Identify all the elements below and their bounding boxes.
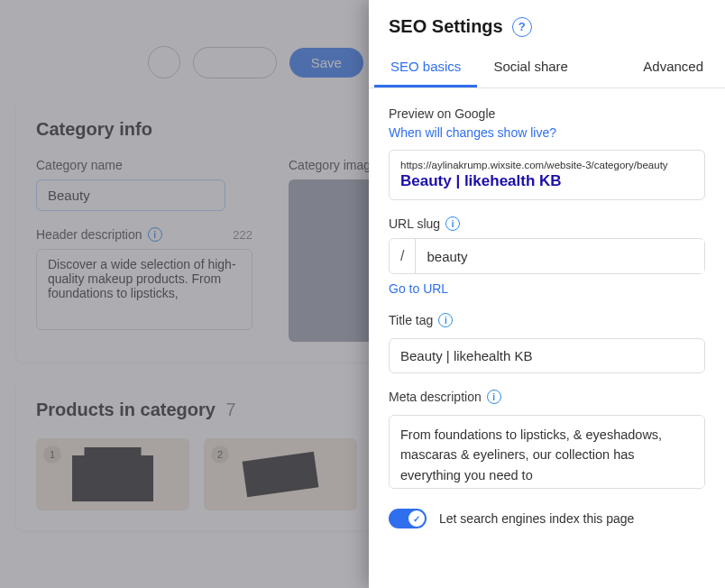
go-to-url-link[interactable]: Go to URL — [389, 281, 448, 296]
preview-url: https://aylinakrump.wixsite.com/website-… — [400, 160, 693, 170]
url-slug-label: URL slug — [389, 216, 440, 231]
seo-settings-panel: SEO Settings ? SEO basics Social share A… — [369, 0, 725, 588]
tab-seo-basics[interactable]: SEO basics — [374, 50, 477, 87]
title-tag-label: Title tag — [389, 313, 433, 327]
preview-label: Preview on Google — [389, 106, 705, 121]
slug-prefix: / — [390, 239, 416, 273]
seo-panel-title: SEO Settings — [389, 16, 503, 37]
url-slug-field: / — [389, 238, 705, 274]
index-toggle-label: Let search engines index this page — [439, 511, 634, 526]
google-preview-box: https://aylinakrump.wixsite.com/website-… — [389, 150, 705, 200]
info-icon[interactable]: i — [438, 313, 453, 327]
tab-social-share[interactable]: Social share — [477, 50, 584, 87]
info-icon[interactable]: i — [445, 216, 460, 231]
meta-description-input[interactable]: From foundations to lipsticks, & eyeshad… — [389, 415, 705, 489]
title-tag-input[interactable] — [389, 338, 705, 373]
info-icon[interactable]: i — [487, 390, 501, 404]
tab-advanced[interactable]: Advanced — [627, 50, 720, 87]
url-slug-input[interactable] — [416, 240, 704, 273]
index-toggle[interactable]: ✓ — [389, 509, 427, 528]
preview-title: Beauty | likehealth KB — [400, 172, 693, 190]
meta-description-label: Meta description — [389, 390, 482, 404]
changes-live-link[interactable]: When will changes show live? — [389, 125, 556, 140]
help-icon[interactable]: ? — [512, 17, 532, 37]
check-icon: ✓ — [413, 514, 420, 524]
seo-tabs: SEO basics Social share Advanced — [369, 50, 725, 88]
